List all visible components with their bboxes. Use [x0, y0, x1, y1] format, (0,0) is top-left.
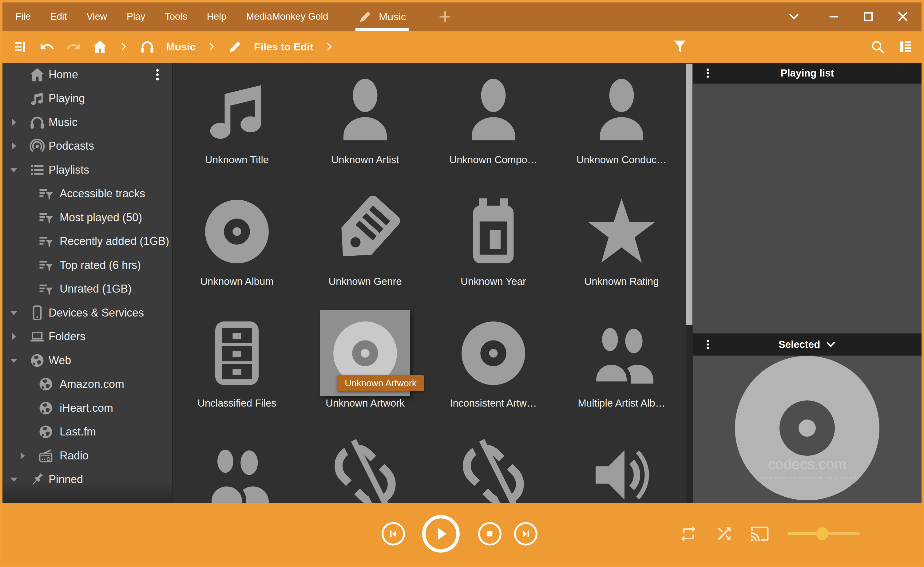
star-icon	[586, 195, 658, 268]
breadcrumb-chevron-icon[interactable]	[207, 42, 216, 52]
sidebar-item-label: Recently added (1GB)	[60, 235, 169, 248]
device-icon	[29, 304, 45, 321]
sidebar-item-accessible-tracks[interactable]: Accessible tracks	[3, 182, 172, 206]
redo-icon[interactable]	[66, 39, 81, 54]
sidebar-item-label: Last.fm	[60, 425, 96, 438]
sidebar-item-top-rated[interactable]: Top rated (6 hrs)	[3, 253, 172, 277]
stop-button[interactable]	[478, 522, 502, 546]
home-icon[interactable]	[92, 39, 108, 54]
menu-mediamonkey-gold[interactable]: MediaMonkey Gold	[246, 11, 328, 22]
tile-partial-broken-link[interactable]	[429, 428, 557, 503]
expander-expanded-icon[interactable]	[8, 164, 20, 176]
sidebar-item-podcasts[interactable]: Podcasts	[3, 134, 172, 158]
headphones-icon[interactable]	[140, 39, 155, 54]
sidebar-item-unrated[interactable]: Unrated (1GB)	[3, 277, 172, 301]
playing-list-body[interactable]	[693, 84, 921, 333]
repeat-icon[interactable]	[679, 524, 698, 543]
menu-edit[interactable]: Edit	[50, 11, 67, 22]
expander-collapsed-icon[interactable]	[17, 450, 28, 462]
breadcrumb-chevron-icon[interactable]	[325, 42, 334, 52]
tile-multiple-artist-albums[interactable]: Multiple Artist Alb…	[557, 306, 686, 428]
sidebar-item-web[interactable]: Web	[3, 348, 172, 372]
vertical-scrollbar[interactable]	[686, 63, 693, 503]
close-button[interactable]	[896, 3, 910, 31]
playing-list-header[interactable]: Playing list	[693, 63, 921, 84]
expander-expanded-icon[interactable]	[8, 307, 20, 319]
tab-list-dropdown-button[interactable]	[787, 3, 801, 31]
menu-view[interactable]: View	[86, 11, 107, 22]
expander-collapsed-icon[interactable]	[8, 117, 20, 128]
tile-unknown-album[interactable]: Unknown Album	[173, 184, 301, 306]
menu-tools[interactable]: Tools	[165, 11, 187, 22]
tile-label: Unknown Compo…	[429, 154, 557, 166]
sidebar-item-pinned[interactable]: Pinned	[3, 468, 172, 492]
smart-playlist-icon	[38, 257, 54, 273]
previous-button[interactable]	[382, 522, 405, 546]
broken-link-icon	[329, 439, 401, 503]
sidebar-item-amazon[interactable]: Amazon.com	[3, 372, 172, 396]
scrollbar-thumb[interactable]	[686, 64, 693, 325]
add-tab-button[interactable]	[437, 9, 452, 24]
next-button[interactable]	[514, 522, 538, 546]
expander-collapsed-icon[interactable]	[8, 140, 20, 152]
expander-expanded-icon[interactable]	[8, 474, 20, 485]
layout-list-icon[interactable]	[898, 39, 913, 54]
selected-artwork-panel[interactable]: codecs.com Download best multimedia tool…	[693, 356, 921, 503]
shuffle-icon[interactable]	[715, 524, 734, 543]
volume-thumb[interactable]	[816, 527, 828, 540]
sidebar-item-most-played[interactable]: Most played (50)	[3, 206, 172, 230]
tile-unknown-title[interactable]: Unknown Title	[173, 63, 301, 184]
sidebar-item-home[interactable]: Home	[3, 63, 172, 87]
toolbar: Music Files to Edit	[3, 31, 921, 63]
menu-panel-icon[interactable]	[13, 39, 28, 54]
minimize-button[interactable]	[827, 3, 841, 31]
cast-icon[interactable]	[750, 524, 769, 543]
sidebar-item-iheart[interactable]: iHeart.com	[3, 396, 172, 420]
sidebar-item-music[interactable]: Music	[3, 110, 172, 134]
filter-funnel-icon[interactable]	[672, 39, 688, 54]
maximize-button[interactable]	[861, 3, 875, 31]
menu-play[interactable]: Play	[127, 11, 145, 22]
menu-file[interactable]: File	[15, 11, 31, 22]
tile-inconsistent-artwork[interactable]: Inconsistent Artw…	[429, 306, 557, 428]
tile-unknown-artist[interactable]: Unknown Artist	[301, 63, 429, 184]
tile-partial-broken-link[interactable]	[301, 428, 429, 503]
sidebar-item-recently-added[interactable]: Recently added (1GB)	[3, 230, 172, 254]
tile-unknown-conductor[interactable]: Unknown Conduc…	[557, 63, 686, 184]
tile-unknown-artwork[interactable]: Unknown Artwork	[301, 306, 429, 428]
tile-unclassified-files[interactable]: Unclassified Files	[173, 306, 301, 428]
sidebar-item-playlists[interactable]: Playlists	[3, 158, 172, 182]
breadcrumb-music[interactable]: Music	[166, 41, 195, 53]
expander-expanded-icon[interactable]	[8, 355, 20, 366]
tile-unknown-composer[interactable]: Unknown Compo…	[429, 63, 557, 184]
pencil-icon[interactable]	[228, 39, 243, 54]
sidebar-item-radio[interactable]: Radio	[3, 444, 172, 468]
sidebar-item-devices-services[interactable]: Devices & Services	[3, 301, 172, 325]
tab-music[interactable]: Music	[354, 3, 410, 31]
volume-slider[interactable]	[787, 532, 860, 536]
tile-partial-speaker[interactable]	[557, 428, 686, 503]
tile-partial-people[interactable]	[173, 428, 301, 503]
tile-label: Unknown Artist	[301, 154, 429, 166]
kebab-menu-icon[interactable]	[702, 338, 714, 352]
sidebar-item-label: Playing	[49, 92, 85, 105]
sidebar-item-folders[interactable]: Folders	[3, 325, 172, 349]
kebab-menu-icon[interactable]	[702, 66, 714, 80]
sidebar-item-lastfm[interactable]: Last.fm	[3, 420, 172, 444]
sidebar-item-playing[interactable]: Playing	[3, 87, 172, 111]
play-button[interactable]	[422, 515, 460, 552]
kebab-menu-icon[interactable]	[151, 67, 164, 82]
tile-unknown-year[interactable]: Unknown Year	[429, 184, 557, 306]
content-area: Home Playing Music Podcasts Playlists	[3, 63, 921, 503]
breadcrumb: Music Files to Edit	[3, 39, 334, 54]
chevron-down-icon[interactable]	[826, 339, 836, 350]
search-icon[interactable]	[870, 39, 885, 54]
tile-unknown-rating[interactable]: Unknown Rating	[557, 184, 686, 306]
expander-collapsed-icon[interactable]	[8, 331, 20, 342]
selected-title: Selected	[778, 339, 820, 350]
tile-unknown-genre[interactable]: Unknown Genre	[301, 184, 429, 306]
undo-icon[interactable]	[39, 39, 55, 54]
breadcrumb-files-to-edit[interactable]: Files to Edit	[254, 41, 313, 53]
selected-header[interactable]: Selected	[693, 333, 921, 356]
menu-help[interactable]: Help	[207, 11, 227, 22]
